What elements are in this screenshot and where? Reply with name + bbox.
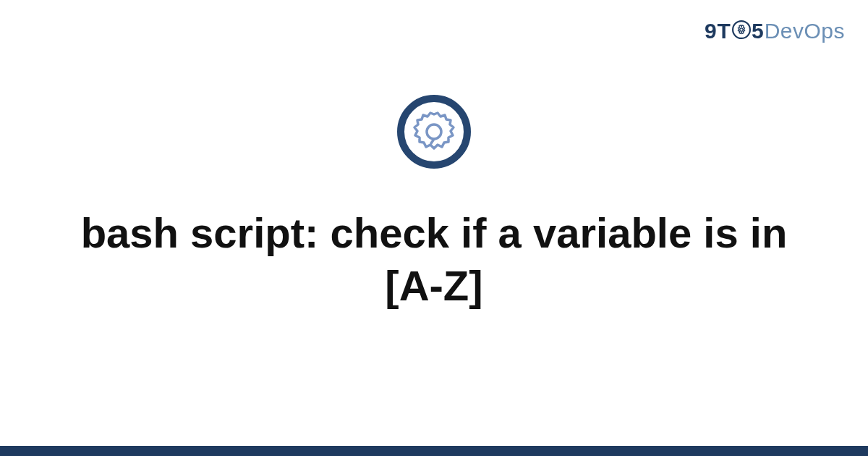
svg-point-3 xyxy=(427,124,441,139)
svg-point-2 xyxy=(401,98,467,165)
brand-text-prefix: 9T xyxy=(705,19,731,43)
brand-text-mid: 5 xyxy=(752,19,765,43)
gear-icon xyxy=(732,20,751,39)
hero-section: bash script: check if a variable is in [… xyxy=(0,94,868,312)
page-title: bash script: check if a variable is in [… xyxy=(51,207,817,312)
svg-point-0 xyxy=(733,21,750,38)
site-brand: 9T 5 DevOps xyxy=(705,19,845,43)
bottom-accent-bar xyxy=(0,446,868,456)
svg-point-1 xyxy=(740,28,743,31)
gear-circle-icon xyxy=(396,94,472,172)
brand-text-suffix: DevOps xyxy=(765,19,845,43)
